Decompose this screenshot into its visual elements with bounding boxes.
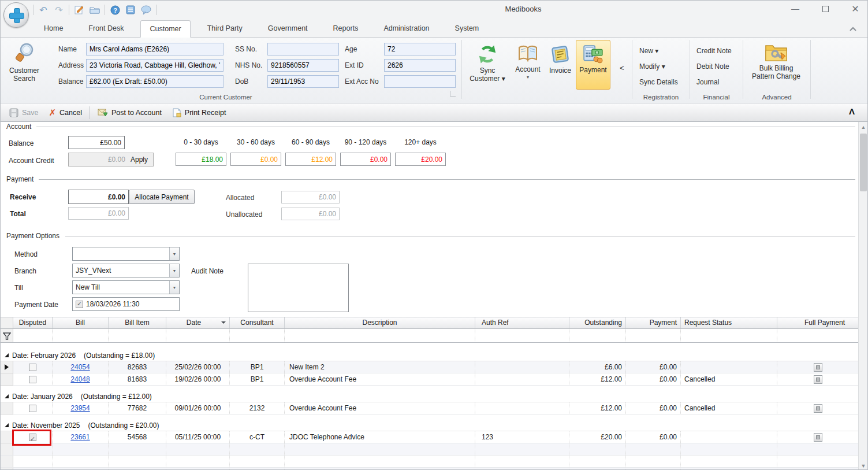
dropdown-arrow-icon[interactable]: ▼ xyxy=(169,247,179,260)
payment-date-input[interactable]: 18/03/2026 11:30 xyxy=(72,297,180,311)
extaccno-field[interactable] xyxy=(384,75,456,88)
save-button[interactable]: Save xyxy=(4,105,44,120)
col-header-consultant[interactable]: Consultant xyxy=(230,317,285,328)
group-row-february-2026[interactable]: Date: February 2026 (Outstanding = £18.0… xyxy=(1,350,859,361)
table-row[interactable]: 23661 54568 05/11/25 00:00 c-CT JDOC Tel… xyxy=(1,431,859,443)
tab-front-desk[interactable]: Front Desk xyxy=(80,20,132,37)
filter-cell[interactable] xyxy=(285,329,475,342)
audit-note-textarea[interactable] xyxy=(248,264,349,312)
till-select[interactable]: New Till▼ xyxy=(72,280,180,294)
tab-system[interactable]: System xyxy=(446,20,488,37)
payment-cell[interactable]: £0.00 xyxy=(626,431,681,443)
vertical-scrollbar[interactable]: ▲ ▼ xyxy=(858,122,867,470)
account-button[interactable]: Account ▾ xyxy=(511,45,545,82)
table-row[interactable]: 24048 81683 19/02/26 00:00 BP1 Overdue A… xyxy=(1,373,859,386)
col-header-bill[interactable]: Bill xyxy=(53,317,109,328)
tab-third-party[interactable]: Third Party xyxy=(199,20,251,37)
group-row-november-2025[interactable]: Date: November 2025 (Outstanding = £20.0… xyxy=(1,420,859,431)
filter-funnel-icon[interactable] xyxy=(1,329,13,342)
apply-button[interactable]: Apply xyxy=(128,156,153,164)
address-field[interactable]: 23 Victoria Road, Cabbage Hill, Gledhow,… xyxy=(86,59,223,72)
payment-button[interactable]: Payment xyxy=(578,45,609,74)
disputed-cell[interactable] xyxy=(13,402,53,414)
filter-cell[interactable] xyxy=(230,329,285,342)
table-row[interactable]: 23954 77682 09/01/26 00:00 2132 Overdue … xyxy=(1,402,859,415)
ssno-field[interactable] xyxy=(267,43,339,55)
post-to-account-button[interactable]: Post to Account xyxy=(92,105,167,120)
disputed-cell[interactable] xyxy=(13,361,53,373)
filter-cell[interactable] xyxy=(777,329,859,342)
method-select[interactable]: ▼ xyxy=(72,247,180,261)
filter-cell[interactable] xyxy=(681,329,777,342)
balance-field[interactable]: £62.00 (Ex Draft: £50.00) xyxy=(86,75,223,88)
full-payment-cell[interactable] xyxy=(777,402,859,414)
filter-cell[interactable] xyxy=(569,329,626,342)
allocate-payment-button[interactable]: Allocate Payment xyxy=(129,190,195,204)
filter-cell[interactable] xyxy=(626,329,681,342)
tab-customer[interactable]: Customer xyxy=(140,20,190,38)
list-icon[interactable] xyxy=(125,4,136,16)
full-payment-cell[interactable] xyxy=(777,431,859,443)
col-header-request-status[interactable]: Request Status xyxy=(681,317,777,328)
branch-select[interactable]: JSY_VNext▼ xyxy=(72,264,180,277)
redo-icon[interactable]: ↷ xyxy=(53,4,65,16)
account-credit-input[interactable]: £0.00 Apply xyxy=(68,153,154,166)
tab-government[interactable]: Government xyxy=(259,20,316,37)
disputed-checkbox[interactable] xyxy=(29,405,36,412)
balance-input[interactable]: £50.00 xyxy=(68,136,125,149)
minimize-button[interactable]: — xyxy=(788,3,803,14)
tab-reports[interactable]: Reports xyxy=(325,20,367,37)
full-payment-button[interactable] xyxy=(814,363,822,372)
group-dialog-launcher-icon[interactable] xyxy=(450,91,456,97)
payment-cell[interactable]: £0.00 xyxy=(626,361,681,373)
col-header-auth-ref[interactable]: Auth Ref xyxy=(475,317,569,328)
col-header-disputed[interactable]: Disputed xyxy=(13,317,53,328)
col-header-full-payment[interactable]: Full Payment xyxy=(777,317,859,328)
scrollbar-thumb[interactable] xyxy=(860,134,867,191)
help-icon[interactable]: ? xyxy=(109,4,121,16)
bulk-billing-pattern-change-button[interactable]: Bulk Billing Pattern Change xyxy=(748,42,804,80)
full-payment-cell[interactable] xyxy=(777,373,859,385)
credit-note-button[interactable]: Credit Note xyxy=(696,45,732,57)
table-row[interactable]: 24054 82683 25/02/26 00:00 BP1 New Item … xyxy=(1,361,859,373)
sync-customer-button[interactable]: Sync Customer ▾ xyxy=(470,45,505,83)
tab-home[interactable]: Home xyxy=(35,20,72,37)
print-receipt-button[interactable]: Print Receipt xyxy=(167,105,232,120)
folder-icon[interactable] xyxy=(89,4,100,16)
bill-link[interactable]: 24048 xyxy=(70,375,90,383)
col-header-outstanding[interactable]: Outstanding xyxy=(569,317,626,328)
full-payment-button[interactable] xyxy=(814,375,822,384)
undo-icon[interactable]: ↶ xyxy=(38,4,49,16)
new-button[interactable]: New ▾ xyxy=(639,45,658,57)
dropdown-arrow-icon[interactable]: ▼ xyxy=(169,264,179,277)
payment-cell[interactable]: £0.00 xyxy=(626,373,681,385)
tab-administration[interactable]: Administration xyxy=(375,20,438,37)
invoice-button[interactable]: Invoice xyxy=(546,45,575,75)
col-header-bill-item[interactable]: Bill Item xyxy=(109,317,166,328)
receive-input[interactable]: £0.00 xyxy=(68,190,129,204)
payment-date-checkbox[interactable] xyxy=(76,301,83,308)
disputed-checkbox[interactable] xyxy=(29,364,36,371)
filter-cell[interactable] xyxy=(13,329,53,342)
sync-details-button[interactable]: Sync Details xyxy=(639,76,678,88)
col-header-payment[interactable]: Payment xyxy=(626,317,681,328)
disputed-checkbox[interactable] xyxy=(29,376,36,383)
customer-search-button[interactable]: Customer Search xyxy=(5,42,43,83)
group-row-january-2026[interactable]: Date: January 2026 (Outstanding = £12.00… xyxy=(1,391,859,402)
scroll-down-icon[interactable]: ▼ xyxy=(859,461,868,470)
dropdown-arrow-icon[interactable]: ▼ xyxy=(169,281,179,294)
age-field[interactable]: 72 xyxy=(384,43,456,55)
chat-icon[interactable] xyxy=(140,4,152,16)
filter-cell[interactable] xyxy=(475,329,569,342)
scroll-up-icon[interactable]: ▲ xyxy=(859,122,868,132)
debit-note-button[interactable]: Debit Note xyxy=(696,60,729,73)
bill-link[interactable]: 23954 xyxy=(70,404,90,412)
ribbon-collapse-icon[interactable] xyxy=(849,25,857,34)
panel-collapse-caret[interactable]: Λ xyxy=(849,106,855,116)
close-button[interactable]: ✕ xyxy=(848,3,863,14)
nhsno-field[interactable]: 9218560557 xyxy=(267,59,339,72)
group-collapse-button[interactable]: < xyxy=(620,62,624,75)
group-expanded-icon[interactable] xyxy=(5,423,9,427)
group-expanded-icon[interactable] xyxy=(5,394,9,398)
group-expanded-icon[interactable] xyxy=(5,353,9,357)
